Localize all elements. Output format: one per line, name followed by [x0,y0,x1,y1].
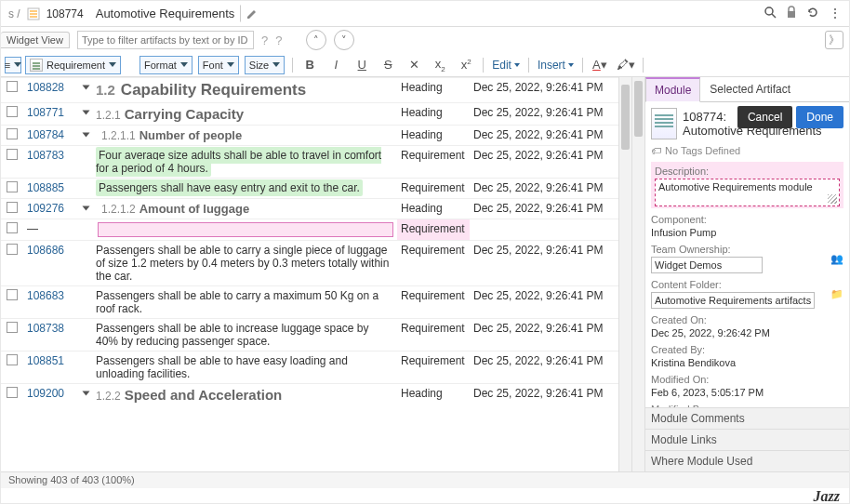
team-picker-icon[interactable]: 👥 [830,253,843,265]
artifact-text[interactable]: Passengers shall be able to have easy lo… [96,354,348,380]
list-menu-button[interactable]: ≡ [5,57,21,73]
superscript-button[interactable]: x2 [457,58,475,72]
description-input[interactable]: Automotive Requirements module [655,179,840,206]
filter-bar: Widget View ? ? ˄ ˅ 》 [1,27,849,53]
artifact-text[interactable]: Passengers shall be able to increase lug… [96,322,369,348]
filter-help-icon[interactable]: ? [261,33,268,47]
artifact-id-link[interactable]: 108783 [27,149,64,162]
done-button[interactable]: Done [796,106,843,128]
artifact-text[interactable]: Four average size adults shall be able t… [96,147,381,177]
table-row[interactable]: 108686Passengers shall be able to carry … [1,241,618,286]
size-dropdown[interactable]: Size [245,56,285,74]
side-scrollbar-left[interactable] [632,77,645,471]
module-comments-section[interactable]: Module Comments [645,407,849,429]
new-artifact-placeholder[interactable] [98,222,393,237]
collapse-circle-button[interactable]: ˅ [334,30,354,50]
insert-menu[interactable]: Insert [538,59,574,72]
artifact-id-link[interactable]: — [27,222,38,235]
artifact-id-link[interactable]: 108686 [27,244,64,257]
artifact-id-link[interactable]: 108683 [27,289,64,302]
row-checkbox[interactable] [7,81,18,92]
expand-circle-button[interactable]: ˄ [306,30,326,50]
refresh-icon[interactable] [806,6,819,21]
artifact-text[interactable]: Passengers shall be able to carry a sing… [96,244,389,283]
artifact-type-cell: Heading [397,199,470,219]
artifact-type-cell: Requirement [397,286,470,319]
filter-help2-icon[interactable]: ? [275,33,282,47]
clear-format-button[interactable]: ✕ [405,58,423,72]
team-input[interactable]: Widget Demos [651,257,763,273]
row-checkbox[interactable] [7,244,18,255]
artifact-grid[interactable]: 1088281.2Capability RequirementsHeadingD… [1,77,618,471]
section-number: 1.2.1.2 [101,203,136,216]
tags-row[interactable]: 🏷 No Tags Defined [651,145,843,156]
table-row[interactable]: 108683Passengers shall be able to carry … [1,286,618,319]
twisty-icon[interactable] [83,111,90,115]
panel-collapse-button[interactable]: 》 [825,31,843,49]
artifact-id-link[interactable]: 109200 [27,387,64,400]
row-checkbox[interactable] [7,354,18,365]
artifact-id-link[interactable]: 108885 [27,181,64,194]
twisty-icon[interactable] [83,133,90,138]
edit-title-icon[interactable] [245,7,259,21]
twisty-icon[interactable] [83,391,90,396]
bold-button[interactable]: B [300,58,319,72]
row-checkbox[interactable] [7,387,18,398]
table-row[interactable]: 1088281.2Capability RequirementsHeadingD… [1,78,618,103]
folder-input[interactable]: Automotive Requirements artifacts [651,292,815,309]
artifact-text[interactable]: Passengers shall be able to carry a maxi… [96,289,379,315]
resize-grip-icon[interactable] [828,194,837,204]
cancel-button[interactable]: Cancel [737,106,792,128]
table-row[interactable]: 1087841.2.1.1Number of peopleHeadingDec … [1,126,618,146]
folder-picker-icon[interactable]: 📁 [830,288,843,300]
format-dropdown[interactable]: Format [139,56,193,74]
search-icon[interactable] [764,6,777,21]
artifact-id-link[interactable]: 108771 [27,106,64,119]
grid-scrollbar[interactable] [618,77,631,471]
createdon-label: Created On: [651,314,843,325]
twisty-icon[interactable] [83,206,90,211]
widget-view-tab[interactable]: Widget View [1,32,70,48]
module-links-section[interactable]: Module Links [645,429,849,450]
module-title-input[interactable]: Automotive Requirements [89,5,242,22]
artifact-type-dropdown[interactable]: Requirement [25,56,121,74]
twisty-icon[interactable] [83,86,90,90]
table-row[interactable]: 108738Passengers shall be able to increa… [1,319,618,351]
artifact-id-link[interactable]: 108738 [27,322,64,335]
italic-button[interactable]: I [326,58,345,72]
highlight-color-button[interactable]: 🖍▾ [617,58,635,72]
filter-input[interactable] [77,31,254,49]
font-dropdown[interactable]: Font [198,56,239,74]
table-row[interactable]: —Requirement [1,219,618,241]
row-checkbox[interactable] [7,322,18,333]
tab-selected-artifact[interactable]: Selected Artifact [700,77,800,101]
table-row[interactable]: 1092001.2.2Speed and AccelerationHeading… [1,384,618,406]
menu-dots-icon[interactable]: ⋮ [829,6,842,21]
artifact-grid-wrap: 1088281.2Capability RequirementsHeadingD… [1,77,631,471]
artifact-id-link[interactable]: 108851 [27,354,64,367]
strike-button[interactable]: S [379,58,397,72]
row-checkbox[interactable] [7,128,18,139]
artifact-text[interactable]: Passengers shall have easy entry and exi… [96,179,363,196]
row-checkbox[interactable] [7,181,18,192]
table-row[interactable]: 108783Four average size adults shall be … [1,146,618,179]
artifact-id-link[interactable]: 109276 [27,202,64,215]
table-row[interactable]: 1087711.2.1Carrying CapacityHeadingDec 2… [1,103,618,126]
row-checkbox[interactable] [7,106,18,117]
artifact-id-link[interactable]: 108828 [27,81,64,94]
artifact-id-link[interactable]: 108784 [27,128,64,141]
row-checkbox[interactable] [7,289,18,300]
subscript-button[interactable]: x2 [431,57,449,73]
table-row[interactable]: 1092761.2.1.2Amount of luggageHeadingDec… [1,199,618,219]
row-checkbox[interactable] [7,222,18,233]
edit-menu[interactable]: Edit [492,59,520,72]
module-where-used-section[interactable]: Where Module Used [645,450,849,471]
table-row[interactable]: 108851Passengers shall be able to have e… [1,351,618,384]
tab-module[interactable]: Module [645,77,700,102]
row-checkbox[interactable] [7,149,18,160]
text-color-button[interactable]: A▾ [591,58,609,72]
table-row[interactable]: 108885Passengers shall have easy entry a… [1,179,618,199]
row-checkbox[interactable] [7,202,18,213]
lock-icon[interactable] [786,6,797,21]
underline-button[interactable]: U [352,58,371,72]
